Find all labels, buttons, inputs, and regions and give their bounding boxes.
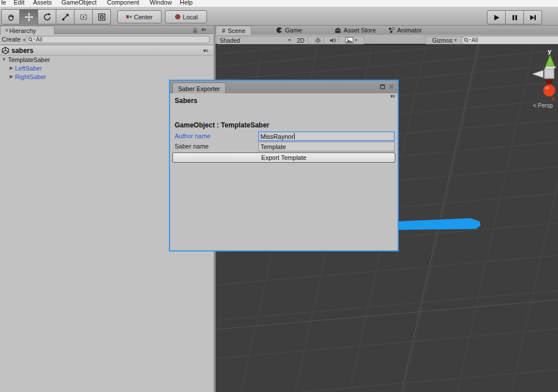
menu-assets[interactable]: Assets (33, 0, 52, 6)
rect-tool-icon (79, 13, 88, 22)
hierarchy-toolbar: Create ▼ (0, 34, 213, 45)
dialog-body: ▾≡ Sabers GameObject : TemplateSaber Aut… (170, 93, 398, 250)
tab-scene[interactable]: # Scene (216, 26, 251, 35)
foldout-closed-icon[interactable]: ▶ (10, 65, 13, 71)
create-label: Create (2, 36, 20, 43)
menu-window[interactable]: Window (150, 0, 172, 6)
gizmo-mode-label[interactable]: < Persp (533, 102, 553, 109)
rotate-icon (43, 13, 52, 22)
tree-item-label: RightSaber (15, 73, 46, 80)
play-button[interactable] (487, 10, 506, 24)
export-button-label: Export Template (261, 154, 306, 161)
tab-hierarchy[interactable]: ≡ Hierarchy (0, 26, 55, 35)
scene-view-toolbar: Shaded ▼ 2D (216, 35, 558, 45)
gizmo-x-axis-sphere[interactable] (543, 85, 555, 97)
menu-help[interactable]: Help (180, 0, 193, 6)
gizmo-center-cube[interactable] (544, 69, 554, 79)
audio-icon (329, 37, 336, 44)
dialog-tab[interactable]: Saber Exporter (172, 82, 226, 94)
rotate-tool-button[interactable] (38, 9, 56, 24)
hierarchy-tab-bar: ≡ Hierarchy ▾≡ (0, 26, 213, 34)
hierarchy-search-input[interactable] (36, 36, 206, 43)
hierarchy-search[interactable] (26, 36, 210, 43)
play-icon (493, 14, 501, 22)
text-caret (294, 133, 295, 139)
gizmo-y-label: y (548, 48, 552, 55)
menu-component[interactable]: Component (107, 0, 139, 6)
step-icon (529, 14, 537, 22)
center-pivot-icon (126, 14, 132, 20)
lock-icon[interactable] (192, 27, 198, 34)
shaded-label: Shaded (220, 37, 240, 44)
scene-effects-button[interactable]: ▼ (338, 36, 365, 44)
gizmos-dropdown[interactable]: Gizmos ▼ (425, 36, 465, 44)
animator-icon (388, 27, 395, 34)
tab-animator[interactable]: Animator (388, 26, 422, 35)
tree-item-templatesaber[interactable]: ▼ TemplateSaber (2, 55, 50, 64)
center-label: Center (134, 14, 152, 20)
gizmo-cube-top-face (544, 67, 556, 69)
scene-header-menu-icon[interactable]: ▾≡ (203, 48, 208, 53)
saber-exporter-window: Saber Exporter ▾≡ Sabers GameObject : Te… (169, 80, 399, 251)
search-icon (28, 37, 36, 43)
scene-tab-icon: # (222, 27, 225, 34)
author-name-label: Author name (175, 133, 210, 139)
saber-object[interactable] (399, 218, 481, 230)
effects-image-icon (345, 37, 353, 43)
scale-icon (61, 13, 70, 22)
game-tab-icon (276, 27, 283, 34)
shaded-dropdown[interactable]: Shaded ▼ (217, 36, 294, 44)
game-tab-label: Game (285, 27, 302, 34)
maximize-icon[interactable] (380, 84, 385, 89)
export-template-button[interactable]: Export Template (172, 152, 395, 163)
saber-name-field[interactable]: Template (258, 142, 395, 151)
chevron-down-icon: ▼ (354, 38, 358, 42)
scene-orientation-gizmo[interactable]: y x < Persp (527, 47, 558, 110)
scene-name-label: sabers (11, 47, 34, 55)
foldout-open-icon[interactable]: ▼ (2, 57, 6, 62)
dialog-title-bar[interactable]: Saber Exporter (170, 81, 398, 93)
axis-local-button[interactable]: Local (165, 10, 207, 23)
unity-logo-icon (2, 47, 9, 54)
move-tool-button[interactable] (20, 9, 38, 24)
step-button[interactable] (524, 10, 542, 24)
scale-tool-button[interactable] (56, 9, 75, 24)
scene-search-input[interactable] (472, 36, 558, 44)
menu-edit[interactable]: Edit (14, 0, 24, 6)
hierarchy-tab-label: Hierarchy (9, 27, 36, 34)
menu-bar: le Edit Assets GameObject Component Wind… (0, 0, 558, 7)
gizmo-x-label: x (551, 96, 555, 102)
create-button[interactable]: Create ▼ (2, 36, 26, 43)
rect-tool-button[interactable] (75, 9, 93, 24)
menu-gameobject[interactable]: GameObject (61, 0, 97, 6)
tab-asset-store[interactable]: Asset Store (334, 26, 376, 35)
local-label: Local (183, 14, 197, 20)
scene-tab-label: Scene (228, 27, 245, 34)
dialog-panel-menu-icon[interactable]: ▾≡ (390, 94, 395, 99)
asset-store-icon (334, 27, 341, 34)
scene-search[interactable] (461, 36, 558, 44)
menu-file[interactable]: le (1, 0, 6, 6)
chevron-down-icon: ▼ (453, 38, 457, 42)
animator-tab-label: Animator (397, 27, 422, 34)
pause-button[interactable] (506, 10, 524, 24)
foldout-closed-icon[interactable]: ▶ (10, 74, 13, 79)
saber-name-label: Saber name (175, 143, 209, 150)
hand-tool-button[interactable] (1, 9, 20, 24)
close-icon[interactable] (388, 84, 394, 89)
transform-tool-button[interactable] (93, 9, 111, 24)
gizmo-z-axis-cone[interactable] (532, 71, 543, 78)
author-name-field[interactable]: MissRaynor (258, 131, 395, 141)
main-toolbar: Center Local (0, 7, 558, 26)
transform-tool-icon (97, 13, 106, 22)
tree-item-rightsaber[interactable]: ▶ RightSaber (10, 72, 46, 81)
gizmo-y-axis-cone[interactable] (545, 55, 555, 68)
tree-item-label: TemplateSaber (8, 56, 50, 63)
scene-asset-header[interactable]: sabers ▾≡ (0, 45, 213, 56)
tab-game[interactable]: Game (276, 26, 302, 35)
dialog-gameobject-label: GameObject : TemplateSaber (175, 121, 270, 129)
pivot-center-button[interactable]: Center (117, 10, 162, 23)
tree-item-leftsaber[interactable]: ▶ LeftSaber (10, 64, 42, 72)
hierarchy-panel-menu-icon[interactable]: ▾≡ (201, 27, 206, 32)
dialog-section-header: Sabers (175, 97, 197, 105)
